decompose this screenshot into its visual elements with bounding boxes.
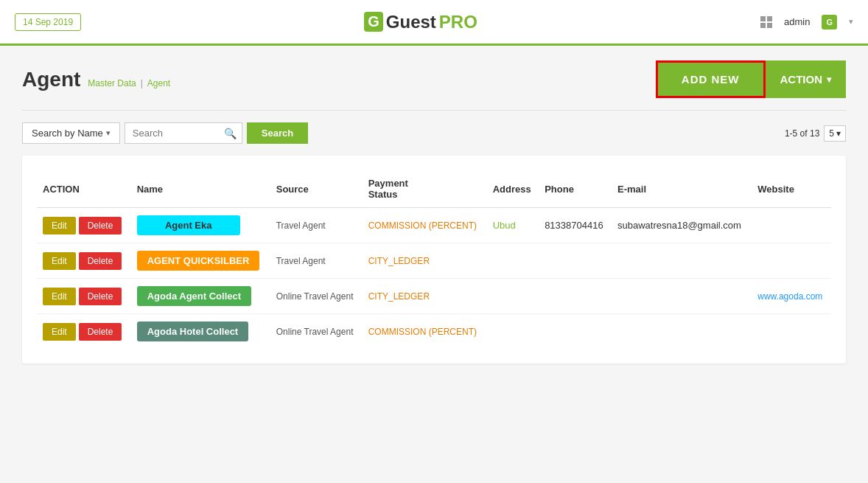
payment-status-cell: CITY_LEDGER xyxy=(363,243,487,279)
logo-pro-text: PRO xyxy=(439,12,477,32)
col-payment-status: PaymentStatus xyxy=(363,170,487,208)
add-new-button[interactable]: ADD NEW xyxy=(656,60,766,98)
source-cell: Online Travel Agent xyxy=(270,279,363,314)
agent-badge: Agoda Hotel Collect xyxy=(137,322,249,341)
phone-cell: 81338704416 xyxy=(539,208,612,243)
email-cell xyxy=(612,243,752,279)
name-cell: Agent Eka xyxy=(131,208,270,243)
page-title: Agent xyxy=(22,68,80,91)
breadcrumb: Master Data | Agent xyxy=(88,78,170,88)
page-title-left: Agent Master Data | Agent xyxy=(22,68,170,91)
grid-icon[interactable] xyxy=(760,16,772,28)
table-row: EditDeleteAgoda Hotel CollectOnline Trav… xyxy=(37,314,831,350)
logo-guest: GuestPRO xyxy=(386,12,477,32)
table-container: ACTION Name Source PaymentStatus Address… xyxy=(22,156,846,364)
action-cell: EditDelete xyxy=(37,243,131,279)
search-input-wrap: 🔍 xyxy=(125,122,242,144)
table-row: EditDeleteAgoda Agent CollectOnline Trav… xyxy=(37,279,831,314)
table-row: EditDeleteAGENT QUICKSILBERTravel AgentC… xyxy=(37,243,831,279)
website-cell xyxy=(752,314,831,350)
search-button[interactable]: Search xyxy=(247,122,308,144)
name-cell: AGENT QUICKSILBER xyxy=(131,243,270,279)
header-logo: G GuestPRO xyxy=(364,12,477,32)
website-cell xyxy=(752,243,831,279)
per-page-select[interactable]: 5 ▾ xyxy=(824,125,846,142)
search-row: Search by Name 🔍 Search 1-5 of 13 5 ▾ xyxy=(22,122,846,144)
name-cell: Agoda Agent Collect xyxy=(131,279,270,314)
pagination-info: 1-5 of 13 5 ▾ xyxy=(785,125,846,142)
agent-badge: Agoda Agent Collect xyxy=(137,286,251,306)
edit-button[interactable]: Edit xyxy=(43,323,76,341)
edit-button[interactable]: Edit xyxy=(43,217,76,234)
logo-g-icon: G xyxy=(364,12,383,32)
address-cell: Ubud xyxy=(487,208,539,243)
col-email: E-mail xyxy=(612,170,752,208)
email-cell xyxy=(612,314,752,350)
agents-table: ACTION Name Source PaymentStatus Address… xyxy=(37,170,831,349)
table-header-row: ACTION Name Source PaymentStatus Address… xyxy=(37,170,831,208)
brand-icon: G xyxy=(822,15,837,29)
page-title-right: ADD NEW ACTION xyxy=(656,60,846,98)
delete-button[interactable]: Delete xyxy=(79,252,122,270)
phone-cell xyxy=(539,243,612,279)
delete-button[interactable]: Delete xyxy=(79,323,122,341)
payment-status-cell: CITY_LEDGER xyxy=(363,279,487,314)
breadcrumb-current: Agent xyxy=(147,78,170,88)
address-cell xyxy=(487,243,539,279)
main-content: Agent Master Data | Agent ADD NEW ACTION… xyxy=(0,46,868,378)
table-row: EditDeleteAgent EkaTravel AgentCOMMISSIO… xyxy=(37,208,831,243)
logo-guest-text: Guest xyxy=(386,12,436,32)
col-website: Website xyxy=(752,170,831,208)
col-source: Source xyxy=(270,170,363,208)
email-cell xyxy=(612,279,752,314)
breadcrumb-master[interactable]: Master Data xyxy=(88,78,136,88)
address-cell xyxy=(487,279,539,314)
agent-badge: Agent Eka xyxy=(137,215,240,235)
source-cell: Online Travel Agent xyxy=(270,314,363,350)
admin-label: admin xyxy=(784,16,810,27)
pagination-text: 1-5 of 13 xyxy=(785,128,819,139)
col-phone: Phone xyxy=(539,170,612,208)
header-date: 14 Sep 2019 xyxy=(15,13,81,31)
col-action: ACTION xyxy=(37,170,131,208)
address-cell xyxy=(487,314,539,350)
page-title-row: Agent Master Data | Agent ADD NEW ACTION xyxy=(22,60,846,98)
phone-cell xyxy=(539,279,612,314)
payment-status-cell: COMMISSION (PERCENT) xyxy=(363,208,487,243)
col-name: Name xyxy=(131,170,270,208)
website-cell: www.agoda.com xyxy=(752,279,831,314)
search-by-name-dropdown[interactable]: Search by Name xyxy=(22,122,120,144)
action-cell: EditDelete xyxy=(37,314,131,350)
email-cell: subawatresna18@gmail.com xyxy=(612,208,752,243)
header-right: admin G ▾ xyxy=(760,15,853,29)
per-page-value: 5 xyxy=(829,128,834,139)
phone-cell xyxy=(539,314,612,350)
search-by-name-label: Search by Name xyxy=(32,128,103,139)
per-page-chevron: ▾ xyxy=(836,128,841,139)
action-cell: EditDelete xyxy=(37,208,131,243)
delete-button[interactable]: Delete xyxy=(79,288,122,305)
edit-button[interactable]: Edit xyxy=(43,288,76,305)
name-cell: Agoda Hotel Collect xyxy=(131,314,270,350)
col-address: Address xyxy=(487,170,539,208)
agent-badge: AGENT QUICKSILBER xyxy=(137,251,260,271)
header: 14 Sep 2019 G GuestPRO admin G ▾ xyxy=(0,0,868,46)
divider xyxy=(22,110,846,111)
edit-button[interactable]: Edit xyxy=(43,252,76,270)
source-cell: Travel Agent xyxy=(270,243,363,279)
payment-status-cell: COMMISSION (PERCENT) xyxy=(363,314,487,350)
action-button[interactable]: ACTION xyxy=(766,60,847,98)
search-icon: 🔍 xyxy=(224,128,237,139)
website-cell xyxy=(752,208,831,243)
breadcrumb-sep: | xyxy=(141,78,143,88)
header-dropdown-icon[interactable]: ▾ xyxy=(849,17,853,27)
delete-button[interactable]: Delete xyxy=(79,217,122,234)
action-cell: EditDelete xyxy=(37,279,131,314)
source-cell: Travel Agent xyxy=(270,208,363,243)
